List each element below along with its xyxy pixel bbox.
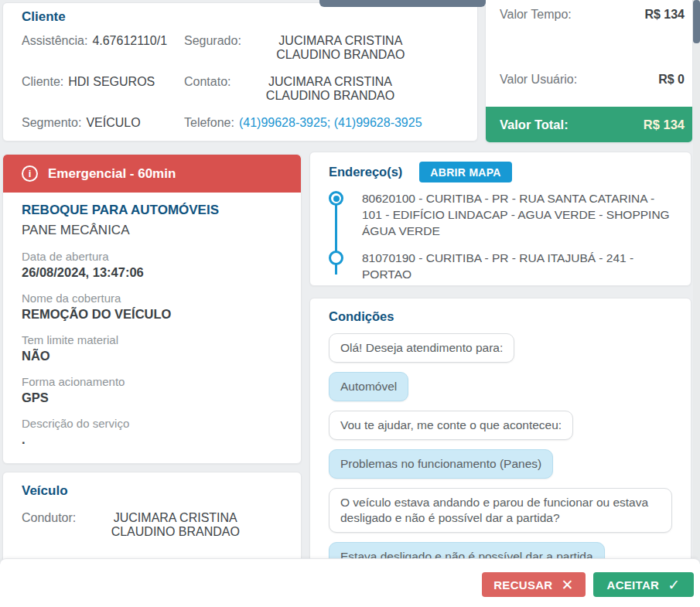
chat-bubble-system: Olá! Deseja atendimento para: <box>329 333 514 363</box>
field-value: 26/08/2024, 13:47:06 <box>22 265 282 280</box>
address-timeline: 80620100 - CURITIBA - PR - RUA SANTA CAT… <box>329 190 672 282</box>
field-limite-material: Tem limite material NÃO <box>22 333 282 363</box>
field-segurado: Segurado: JUCIMARA CRISTINA CLAUDINO BRA… <box>184 34 459 62</box>
field-forma-acionamento: Forma acionamento GPS <box>22 375 282 405</box>
field-cliente: Cliente: HDI SEGUROS <box>22 75 176 103</box>
chat-bubble-system: Vou te ajudar, me conte o que aconteceu: <box>329 411 573 440</box>
valor-usuario-value: R$ 0 <box>658 73 685 87</box>
top-cutoff-bar <box>319 0 486 7</box>
field-label: Cliente: <box>22 75 63 89</box>
scrollbar-track[interactable] <box>693 0 700 558</box>
chat-bubble-user: Automóvel <box>329 372 408 401</box>
info-icon: i <box>22 165 38 182</box>
field-label: Forma acionamento <box>22 375 282 388</box>
servico-card: i Emergencial - 60min REBOQUE PARA AUTOM… <box>2 154 302 464</box>
field-value: 4.67612110/1 <box>92 34 167 48</box>
field-data-abertura: Data de abertura 26/08/2024, 13:47:06 <box>22 250 282 280</box>
valor-tempo-label: Valor Tempo: <box>500 8 572 22</box>
aceitar-label: ACEITAR <box>607 578 660 592</box>
field-condutor: Condutor: JUCIMARA CRISTINA CLAUDINO BRA… <box>22 511 282 539</box>
field-label: Assistência: <box>22 34 87 48</box>
recusar-button[interactable]: RECUSAR ✕ <box>482 572 586 597</box>
field-assistencia: Assistência: 4.67612110/1 <box>22 34 176 62</box>
emergencial-label: Emergencial - 60min <box>48 166 176 182</box>
field-label: Tem limite material <box>22 333 282 346</box>
servico-title: REBOQUE PARA AUTOMÓVEIS <box>22 203 282 218</box>
scrollbar-thumb[interactable] <box>693 0 700 43</box>
field-value: VEÍCULO <box>86 116 140 130</box>
check-icon: ✓ <box>668 578 680 592</box>
valor-usuario-row: Valor Usuário: R$ 0 <box>500 73 685 87</box>
origin-radio-icon[interactable] <box>329 191 343 206</box>
address-text: 80620100 - CURITIBA - PR - RUA SANTA CAT… <box>362 190 672 239</box>
field-label: Contato: <box>184 75 230 89</box>
enderecos-card: Endereço(s) ABRIR MAPA 80620100 - CURITI… <box>309 152 691 286</box>
emergencial-banner: i Emergencial - 60min <box>3 155 301 193</box>
valor-tempo-row: Valor Tempo: R$ 134 <box>500 8 685 22</box>
address-text: 81070190 - CURITIBA - PR - RUA ITAJUBÁ -… <box>362 250 672 282</box>
chat-bubble-user: Problemas no funcionamento (Panes) <box>329 449 553 479</box>
field-label: Telefone: <box>184 116 234 130</box>
abrir-mapa-button[interactable]: ABRIR MAPA <box>419 162 511 182</box>
x-icon: ✕ <box>562 578 574 592</box>
field-value: JUCIMARA CRISTINA CLAUDINO BRANDAO <box>246 34 435 62</box>
recusar-label: RECUSAR <box>493 578 552 592</box>
field-label: Segmento: <box>22 116 81 130</box>
field-cobertura: Nome da cobertura REMOÇÃO DO VEÍCULO <box>22 292 282 322</box>
cliente-card: Cliente Assistência: 4.67612110/1 Segura… <box>2 2 478 142</box>
field-value: JUCIMARA CRISTINA CLAUDINO BRANDAO <box>80 511 270 539</box>
field-label: Data de abertura <box>22 250 282 263</box>
field-label: Condutor: <box>22 511 76 525</box>
field-label: Segurado: <box>184 34 241 48</box>
action-footer: RECUSAR ✕ ACEITAR ✓ <box>0 558 700 607</box>
field-value: REMOÇÃO DO VEÍCULO <box>22 307 282 322</box>
field-telefone: Telefone: (41)99628-3925; (41)99628-3925 <box>184 116 459 130</box>
cliente-title: Cliente <box>22 9 459 25</box>
valor-usuario-label: Valor Usuário: <box>500 73 577 87</box>
valor-total-label: Valor Total: <box>500 118 569 132</box>
valor-total-row: Valor Total: R$ 134 <box>486 107 692 143</box>
aceitar-button[interactable]: ACEITAR ✓ <box>593 572 694 597</box>
condicoes-card: Condições Olá! Deseja atendimento para: … <box>309 298 691 568</box>
valor-tempo-value: R$ 134 <box>644 8 685 22</box>
veiculo-title: Veículo <box>22 483 282 499</box>
field-value: . <box>22 432 282 447</box>
field-value: NÃO <box>22 349 282 363</box>
field-value: GPS <box>22 390 282 405</box>
field-segmento: Segmento: VEÍCULO <box>22 116 176 130</box>
servico-subtitle: PANE MECÂNICA <box>22 223 282 238</box>
field-label: Descrição do serviço <box>22 417 282 430</box>
valor-total-value: R$ 134 <box>644 118 685 132</box>
enderecos-title: Endereço(s) <box>329 165 402 179</box>
field-descricao-servico: Descrição do serviço . <box>22 417 282 447</box>
chat-bubble-system: O veículo estava andando e parou de func… <box>329 488 672 533</box>
address-item-destination: 81070190 - CURITIBA - PR - RUA ITAJUBÁ -… <box>329 250 672 282</box>
condicoes-title: Condições <box>329 309 672 324</box>
field-label: Nome da cobertura <box>22 292 282 305</box>
servico-body: REBOQUE PARA AUTOMÓVEIS PANE MECÂNICA Da… <box>3 193 301 457</box>
enderecos-header: Endereço(s) ABRIR MAPA <box>329 162 672 182</box>
destination-radio-icon[interactable] <box>329 251 343 265</box>
address-item-origin: 80620100 - CURITIBA - PR - RUA SANTA CAT… <box>329 190 672 239</box>
cliente-fields: Assistência: 4.67612110/1 Segurado: JUCI… <box>22 34 459 130</box>
field-value: JUCIMARA CRISTINA CLAUDINO BRANDAO <box>235 75 425 103</box>
phone-link[interactable]: (41)99628-3925; (41)99628-3925 <box>239 116 422 130</box>
field-contato: Contato: JUCIMARA CRISTINA CLAUDINO BRAN… <box>184 75 459 103</box>
field-value: HDI SEGUROS <box>68 75 155 89</box>
valores-panel: Valor Tempo: R$ 134 Valor Usuário: R$ 0 … <box>485 0 693 143</box>
